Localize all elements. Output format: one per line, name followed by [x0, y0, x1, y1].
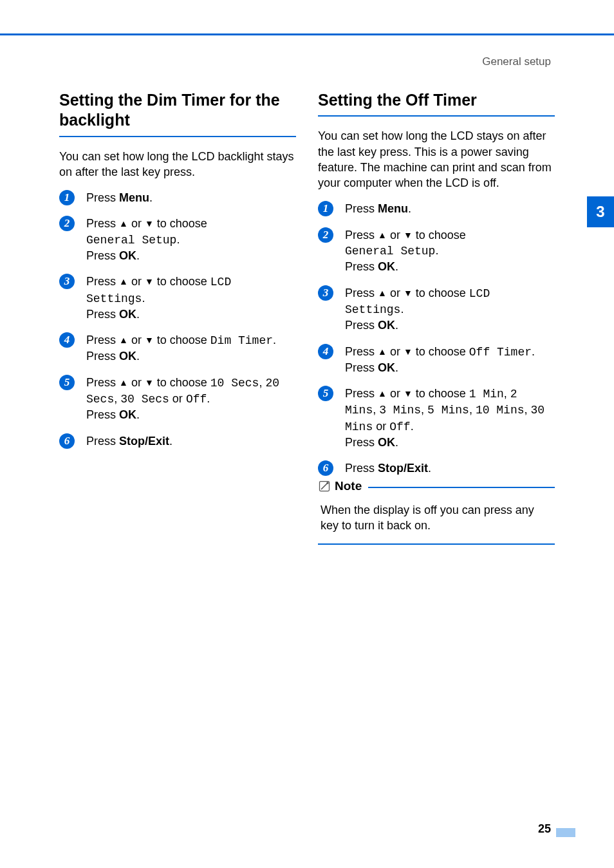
right-column: Setting the Off Timer You can set how lo… — [318, 90, 555, 545]
text: to choose — [154, 334, 210, 346]
right-heading: Setting the Off Timer — [318, 90, 555, 110]
step-badge: 4 — [318, 344, 333, 359]
menu-item: Off — [389, 420, 410, 433]
text: or — [387, 229, 404, 241]
text: Press — [345, 462, 378, 475]
text: Stop/Exit — [119, 435, 169, 448]
text: Press — [345, 361, 378, 374]
step-6: 6 Press Stop/Exit. — [59, 433, 296, 449]
text: Press — [86, 308, 119, 321]
menu-item: Off Timer — [469, 346, 532, 359]
step-body: Press ▲ or ▼ to choose Dim Timer. Press … — [86, 332, 296, 364]
note-title: Note — [335, 479, 362, 493]
text: , — [469, 403, 476, 416]
text: Press — [345, 287, 378, 299]
text: or — [387, 387, 404, 400]
text: Press — [86, 275, 119, 288]
svg-point-1 — [326, 482, 328, 484]
text: or — [387, 345, 404, 358]
menu-item: 1 Min — [469, 388, 504, 401]
down-arrow-icon: ▼ — [404, 346, 413, 357]
step-badge: 2 — [59, 216, 75, 231]
text: to choose — [413, 229, 466, 241]
text: Press — [345, 202, 378, 215]
text: . — [395, 436, 398, 449]
menu-item: General Setup — [345, 245, 435, 258]
step-5: 5 Press ▲ or ▼ to choose 1 Min, 2 Mins, … — [318, 386, 555, 450]
text: to choose — [154, 376, 210, 389]
page-stripe — [556, 828, 575, 837]
note-icon — [318, 480, 331, 493]
step-badge: 3 — [59, 274, 75, 289]
step-body: Press Menu. — [86, 190, 296, 205]
text: Press — [86, 435, 119, 448]
text: . — [136, 350, 140, 363]
down-arrow-icon: ▼ — [404, 230, 413, 240]
step-body: Press ▲ or ▼ to choose LCD Settings. Pre… — [345, 285, 555, 334]
note-body: When the display is off you can press an… — [321, 502, 552, 534]
header-label: General setup — [482, 55, 551, 68]
text: . — [273, 334, 276, 346]
text: . — [142, 292, 145, 305]
text: . — [428, 462, 431, 475]
step-badge: 2 — [318, 227, 333, 243]
step-badge: 5 — [318, 386, 333, 401]
down-arrow-icon: ▼ — [404, 388, 413, 399]
step-3: 3 Press ▲ or ▼ to choose LCD Settings. P… — [318, 285, 555, 334]
text: . — [207, 392, 210, 405]
up-arrow-icon: ▲ — [378, 346, 387, 357]
text: to choose — [154, 275, 210, 288]
step-2: 2 Press ▲ or ▼ to choose General Setup. … — [318, 227, 555, 275]
text: Press — [345, 436, 378, 449]
text: , — [259, 376, 265, 389]
step-body: Press ▲ or ▼ to choose Off Timer. Press … — [345, 344, 555, 376]
text: or — [387, 287, 404, 299]
text: , — [421, 403, 427, 416]
text: Press — [345, 387, 378, 400]
text: Press — [345, 319, 378, 332]
text: Menu — [119, 191, 149, 204]
up-arrow-icon: ▲ — [119, 377, 128, 388]
step-body: Press Stop/Exit. — [86, 433, 296, 449]
up-arrow-icon: ▲ — [378, 288, 387, 298]
text: Press — [345, 260, 378, 273]
text: Press — [86, 217, 119, 230]
step-4: 4 Press ▲ or ▼ to choose Dim Timer. Pres… — [59, 332, 296, 364]
text: . — [136, 308, 140, 321]
page-number: 25 — [538, 822, 551, 836]
step-badge: 5 — [59, 375, 75, 390]
text: OK — [378, 436, 395, 449]
top-rule — [0, 33, 614, 35]
step-badge: 6 — [59, 433, 75, 449]
step-badge: 3 — [318, 285, 333, 301]
text: Press — [86, 334, 119, 346]
step-4: 4 Press ▲ or ▼ to choose Off Timer. Pres… — [318, 344, 555, 376]
text: . — [435, 244, 438, 257]
text: Press — [345, 345, 378, 358]
up-arrow-icon: ▲ — [119, 276, 128, 287]
step-5: 5 Press ▲ or ▼ to choose 10 Secs, 20 Sec… — [59, 375, 296, 423]
step-badge: 4 — [59, 332, 75, 348]
step-body: Press Stop/Exit. — [345, 460, 555, 476]
step-body: Press ▲ or ▼ to choose General Setup. Pr… — [345, 227, 555, 275]
down-arrow-icon: ▼ — [145, 377, 154, 388]
text: Stop/Exit — [378, 462, 428, 475]
text: Press — [86, 376, 119, 389]
text: , — [373, 403, 379, 416]
up-arrow-icon: ▲ — [119, 218, 128, 229]
step-1: 1 Press Menu. — [59, 190, 296, 205]
up-arrow-icon: ▲ — [378, 388, 387, 399]
menu-item: 10 Secs — [210, 377, 259, 390]
text: . — [395, 319, 398, 332]
text: or — [373, 420, 389, 433]
text: Press — [345, 229, 378, 241]
text: . — [411, 420, 414, 433]
text: OK — [119, 249, 136, 262]
menu-item: Off — [186, 393, 207, 406]
text: to choose — [413, 345, 469, 358]
step-body: Press ▲ or ▼ to choose LCD Settings. Pre… — [86, 274, 296, 322]
left-heading: Setting the Dim Timer for the backlight — [59, 90, 296, 131]
menu-item: General Setup — [86, 234, 176, 247]
left-column: Setting the Dim Timer for the backlight … — [59, 90, 296, 545]
text: or — [128, 376, 145, 389]
